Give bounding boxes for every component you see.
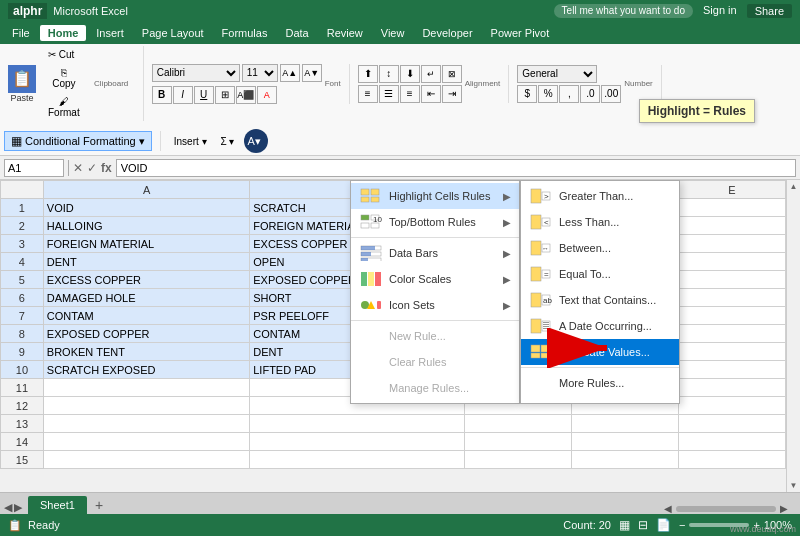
tell-me-box[interactable]: Tell me what you want to do [554, 4, 693, 18]
view-normal-icon[interactable]: ▦ [619, 518, 630, 532]
format-painter-button[interactable]: 🖌 Format [43, 93, 85, 121]
cell-e15[interactable] [678, 451, 785, 469]
cell-c14[interactable] [464, 433, 571, 451]
cell-a6[interactable]: DAMAGED HOLE [43, 289, 249, 307]
text-contains-item[interactable]: ab Text that Contains... [521, 287, 679, 313]
cell-e12[interactable] [678, 397, 785, 415]
view-page-icon[interactable]: 📄 [656, 518, 671, 532]
cell-d14[interactable] [571, 433, 678, 451]
icon-sets-item[interactable]: Icon Sets ▶ [351, 292, 519, 318]
highlight-cells-rules-item[interactable]: Highlight Cells Rules ▶ [351, 183, 519, 209]
font-name-select[interactable]: Calibri [152, 64, 240, 82]
insert-button[interactable]: Insert ▾ [169, 133, 212, 150]
equal-to-item[interactable]: = Equal To... [521, 261, 679, 287]
decimal-decrease-button[interactable]: .00 [601, 85, 621, 103]
vertical-scrollbar[interactable]: ▲ ▼ [786, 180, 800, 492]
currency-button[interactable]: $ [517, 85, 537, 103]
cell-e5[interactable] [678, 271, 785, 289]
cell-a14[interactable] [43, 433, 249, 451]
scroll-up-arrow[interactable]: ▲ [790, 182, 798, 191]
cell-a8[interactable]: EXPOSED COPPER [43, 325, 249, 343]
font-size-select[interactable]: 11 [242, 64, 278, 82]
cell-e7[interactable] [678, 307, 785, 325]
menu-formulas[interactable]: Formulas [214, 25, 276, 41]
cell-e2[interactable] [678, 217, 785, 235]
more-rules-item[interactable]: More Rules... [521, 370, 679, 396]
fill-color-button[interactable]: A⬛ [236, 86, 256, 104]
data-bars-item[interactable]: Data Bars ▶ [351, 240, 519, 266]
manage-rules-item[interactable]: Manage Rules... [351, 375, 519, 401]
share-button[interactable]: Share [747, 4, 792, 18]
between-item[interactable]: ↔ Between... [521, 235, 679, 261]
horizontal-scroll-left[interactable]: ◀ [664, 503, 672, 514]
cell-a1[interactable]: VOID [43, 199, 249, 217]
menu-developer[interactable]: Developer [414, 25, 480, 41]
sum-button[interactable]: Σ ▾ [216, 133, 240, 150]
horizontal-scroll-right[interactable]: ▶ [780, 503, 788, 514]
cell-a9[interactable]: BROKEN TENT [43, 343, 249, 361]
col-header-a[interactable]: A [43, 181, 249, 199]
align-center-button[interactable]: ☰ [379, 85, 399, 103]
cell-e1[interactable] [678, 199, 785, 217]
align-left-button[interactable]: ≡ [358, 85, 378, 103]
horizontal-scrollbar-track[interactable] [676, 506, 776, 512]
decimal-increase-button[interactable]: .0 [580, 85, 600, 103]
formula-input[interactable] [116, 159, 796, 177]
wrap-text-button[interactable]: ↵ [421, 65, 441, 83]
greater-than-item[interactable]: > Greater Than... [521, 183, 679, 209]
cell-e8[interactable] [678, 325, 785, 343]
menu-review[interactable]: Review [319, 25, 371, 41]
indent-decrease-button[interactable]: ⇤ [421, 85, 441, 103]
border-button[interactable]: ⊞ [215, 86, 235, 104]
cell-e4[interactable] [678, 253, 785, 271]
tab-next-button[interactable]: ▶ [14, 501, 22, 514]
percent-button[interactable]: % [538, 85, 558, 103]
align-bottom-button[interactable]: ⬇ [400, 65, 420, 83]
clear-rules-item[interactable]: Clear Rules [351, 349, 519, 375]
menu-power-pivot[interactable]: Power Pivot [483, 25, 558, 41]
merge-button[interactable]: ⊠ [442, 65, 462, 83]
menu-data[interactable]: Data [277, 25, 316, 41]
bold-button[interactable]: B [152, 86, 172, 104]
conditional-formatting-button[interactable]: ▦ Conditional Formatting ▾ [4, 131, 152, 151]
align-top-button[interactable]: ⬆ [358, 65, 378, 83]
cell-e9[interactable] [678, 343, 785, 361]
menu-view[interactable]: View [373, 25, 413, 41]
zoom-minus-button[interactable]: − [679, 519, 685, 531]
color-scales-item[interactable]: Color Scales ▶ [351, 266, 519, 292]
sort-button[interactable]: A▾ [244, 129, 268, 153]
cell-e6[interactable] [678, 289, 785, 307]
confirm-formula-icon[interactable]: ✓ [87, 161, 97, 175]
italic-button[interactable]: I [173, 86, 193, 104]
cell-reference-box[interactable] [4, 159, 64, 177]
cell-e10[interactable] [678, 361, 785, 379]
cell-a15[interactable] [43, 451, 249, 469]
align-right-button[interactable]: ≡ [400, 85, 420, 103]
comma-button[interactable]: , [559, 85, 579, 103]
cell-d15[interactable] [571, 451, 678, 469]
cancel-formula-icon[interactable]: ✕ [73, 161, 83, 175]
cell-e3[interactable] [678, 235, 785, 253]
cell-a7[interactable]: CONTAM [43, 307, 249, 325]
increase-font-button[interactable]: A▲ [280, 64, 300, 82]
cell-a12[interactable] [43, 397, 249, 415]
sheet-tab-sheet1[interactable]: Sheet1 [28, 496, 87, 514]
add-sheet-button[interactable]: + [89, 496, 109, 514]
menu-page-layout[interactable]: Page Layout [134, 25, 212, 41]
decrease-font-button[interactable]: A▼ [302, 64, 322, 82]
signin-button[interactable]: Sign in [703, 4, 737, 18]
cell-a2[interactable]: HALLOING [43, 217, 249, 235]
cell-c13[interactable] [464, 415, 571, 433]
cell-a4[interactable]: DENT [43, 253, 249, 271]
cell-a13[interactable] [43, 415, 249, 433]
copy-button[interactable]: ⎘ Copy [43, 64, 85, 92]
new-rule-item[interactable]: New Rule... [351, 323, 519, 349]
cell-c15[interactable] [464, 451, 571, 469]
indent-increase-button[interactable]: ⇥ [442, 85, 462, 103]
cell-b14[interactable] [250, 433, 464, 451]
underline-button[interactable]: U [194, 86, 214, 104]
cell-d13[interactable] [571, 415, 678, 433]
col-header-e[interactable]: E [678, 181, 785, 199]
cell-b13[interactable] [250, 415, 464, 433]
scroll-down-arrow[interactable]: ▼ [790, 481, 798, 490]
